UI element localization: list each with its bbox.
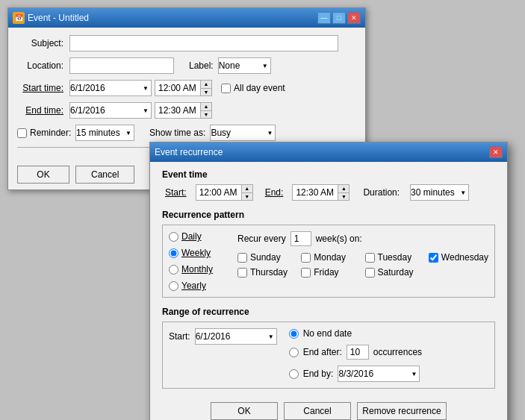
end-time-spinner: ▲ ▼ bbox=[155, 102, 212, 119]
recurrence-dialog-title: Event recurrence bbox=[155, 147, 223, 157]
day-tuesday-label[interactable]: Tuesday bbox=[378, 252, 412, 263]
day-monday: Monday bbox=[301, 252, 358, 263]
range-end-after: End after: occurrences bbox=[289, 345, 422, 360]
range-start: Start: 6/1/2016 bbox=[169, 328, 277, 382]
subject-row: Subject: bbox=[17, 35, 356, 51]
show-time-wrapper: Busy Free Tentative Out of Office bbox=[210, 125, 276, 141]
occurrences-label: occurrences bbox=[373, 347, 422, 357]
day-thursday: Thursday bbox=[237, 267, 295, 278]
range-end-after-label[interactable]: End after: bbox=[303, 347, 342, 357]
weekly-options: Recur every week(s) on: Sunday Monday bbox=[237, 231, 488, 291]
rec-end-input[interactable] bbox=[293, 185, 338, 200]
day-saturday: Saturday bbox=[365, 267, 423, 278]
day-monday-checkbox[interactable] bbox=[301, 253, 311, 263]
radio-weekly-input[interactable] bbox=[169, 248, 178, 258]
radio-monthly-input[interactable] bbox=[169, 265, 178, 275]
radio-yearly-label[interactable]: Yearly bbox=[181, 280, 206, 291]
subject-input[interactable] bbox=[69, 35, 338, 51]
recur-every-input[interactable] bbox=[291, 231, 311, 246]
window-icon: 📅 bbox=[13, 12, 25, 24]
rec-end-down[interactable]: ▼ bbox=[338, 192, 349, 200]
recurrence-pattern-section: Daily Weekly Monthly Yearly Recur every bbox=[162, 225, 495, 298]
allday-label[interactable]: All day event bbox=[234, 83, 285, 93]
rec-start-down[interactable]: ▼ bbox=[242, 192, 252, 200]
recur-every-row: Recur every week(s) on: bbox=[237, 231, 488, 246]
radio-daily-input[interactable] bbox=[169, 232, 178, 242]
day-saturday-label[interactable]: Saturday bbox=[378, 267, 414, 278]
close-button[interactable]: ✕ bbox=[347, 12, 361, 24]
minimize-button[interactable]: — bbox=[317, 12, 331, 24]
radio-yearly-input[interactable] bbox=[169, 281, 178, 291]
day-thursday-label[interactable]: Thursday bbox=[250, 267, 288, 278]
duration-select[interactable]: 30 minutes 1 hour 1.5 hours 2 hours bbox=[410, 184, 469, 201]
reminder-duration-select[interactable]: 15 minutes 30 minutes 1 hour bbox=[75, 125, 134, 141]
end-time-input[interactable] bbox=[155, 103, 200, 118]
radio-weekly-label[interactable]: Weekly bbox=[181, 248, 211, 258]
day-monday-label[interactable]: Monday bbox=[314, 252, 346, 263]
location-input[interactable] bbox=[69, 57, 174, 74]
rec-start-input[interactable] bbox=[196, 185, 241, 200]
range-no-end-radio[interactable] bbox=[289, 329, 299, 339]
rec-end-spinner: ▲ ▼ bbox=[292, 184, 350, 201]
remove-recurrence-button[interactable]: Remove recurrence bbox=[357, 402, 447, 420]
end-date-wrapper: 6/1/2016 bbox=[69, 102, 152, 119]
start-time-down[interactable]: ▼ bbox=[201, 88, 211, 95]
maximize-button[interactable]: □ bbox=[332, 12, 346, 24]
radio-monthly-label[interactable]: Monthly bbox=[181, 264, 213, 275]
start-time-spinner: ▲ ▼ bbox=[155, 80, 212, 96]
occurrences-input[interactable] bbox=[347, 345, 369, 360]
recurrence-ok-button[interactable]: OK bbox=[211, 402, 278, 420]
title-bar-controls: — □ ✕ bbox=[317, 12, 361, 24]
day-saturday-checkbox[interactable] bbox=[365, 268, 375, 278]
range-no-end-label[interactable]: No end date bbox=[303, 328, 352, 339]
range-start-label: Start: bbox=[169, 331, 190, 342]
end-time-label: End time: bbox=[17, 105, 69, 116]
day-wednesday-checkbox[interactable] bbox=[429, 253, 438, 263]
allday-checkbox[interactable] bbox=[221, 84, 231, 93]
location-label: Location: bbox=[17, 60, 69, 71]
main-window-body: Subject: Location: Label: None Important… bbox=[8, 28, 365, 160]
day-sunday-checkbox[interactable] bbox=[237, 253, 247, 263]
day-friday-label[interactable]: Friday bbox=[314, 267, 338, 278]
radio-monthly: Monthly bbox=[169, 264, 229, 275]
recurrence-body: Event time Start: ▲ ▼ End: ▲ ▼ Duration: bbox=[150, 162, 507, 420]
radio-yearly: Yearly bbox=[169, 280, 229, 291]
range-end-by-radio[interactable] bbox=[289, 369, 299, 379]
day-thursday-checkbox[interactable] bbox=[237, 268, 247, 278]
range-start-date-select[interactable]: 6/1/2016 bbox=[195, 328, 277, 345]
day-wednesday-label[interactable]: Wednesday bbox=[441, 252, 488, 263]
end-by-date-select[interactable]: 8/3/2016 bbox=[338, 366, 420, 382]
day-friday-checkbox[interactable] bbox=[301, 268, 311, 278]
main-cancel-button[interactable]: Cancel bbox=[75, 166, 134, 184]
range-end-after-radio[interactable] bbox=[289, 348, 299, 357]
reminder-duration-wrapper: 15 minutes 30 minutes 1 hour bbox=[75, 125, 134, 141]
recurrence-cancel-button[interactable]: Cancel bbox=[284, 402, 351, 420]
subject-label: Subject: bbox=[17, 38, 69, 48]
reminder-checkbox[interactable] bbox=[17, 128, 27, 138]
reminder-check: Reminder: bbox=[17, 128, 75, 138]
start-time-up[interactable]: ▲ bbox=[201, 81, 211, 88]
main-ok-button[interactable]: OK bbox=[17, 166, 69, 184]
end-time-up[interactable]: ▲ bbox=[201, 103, 211, 110]
start-time-input[interactable] bbox=[155, 81, 200, 95]
end-time-down[interactable]: ▼ bbox=[201, 110, 211, 118]
day-sunday: Sunday bbox=[237, 252, 295, 263]
end-date-select[interactable]: 6/1/2016 bbox=[69, 102, 152, 119]
recurrence-close-button[interactable]: ✕ bbox=[489, 146, 503, 158]
reminder-label[interactable]: Reminder: bbox=[30, 128, 71, 138]
radio-daily-label[interactable]: Daily bbox=[181, 231, 202, 242]
end-by-date-wrapper: 8/3/2016 bbox=[338, 366, 420, 382]
show-time-label: Show time as: bbox=[149, 128, 205, 138]
day-sunday-label[interactable]: Sunday bbox=[250, 252, 281, 263]
range-end: No end date End after: occurrences End b… bbox=[289, 328, 422, 382]
show-time-select[interactable]: Busy Free Tentative Out of Office bbox=[210, 125, 276, 141]
start-date-select[interactable]: 6/1/2016 bbox=[69, 80, 152, 96]
rec-start-up[interactable]: ▲ bbox=[242, 185, 252, 192]
duration-select-wrapper: 30 minutes 1 hour 1.5 hours 2 hours bbox=[410, 184, 469, 201]
rec-end-up[interactable]: ▲ bbox=[338, 185, 349, 192]
day-tuesday-checkbox[interactable] bbox=[365, 253, 375, 263]
range-end-by-label[interactable]: End by: bbox=[303, 369, 334, 379]
radio-daily: Daily bbox=[169, 231, 229, 242]
label-select[interactable]: None Important Business Personal bbox=[218, 57, 271, 74]
rec-start-label: Start: bbox=[165, 187, 187, 198]
